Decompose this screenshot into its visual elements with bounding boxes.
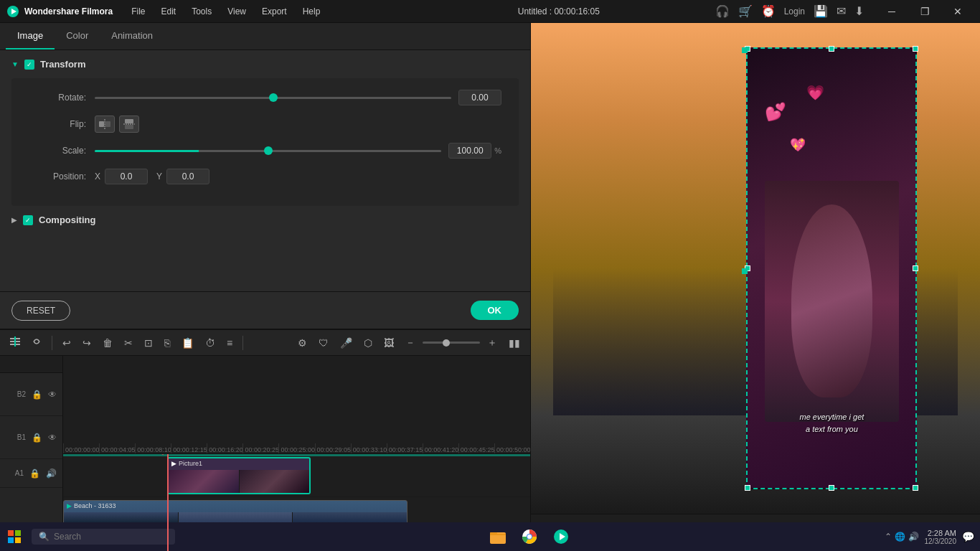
visibility-icon-2[interactable]: 👁 <box>48 390 57 400</box>
adjust-button[interactable]: ≡ <box>222 334 237 352</box>
compositing-section-header[interactable]: ▶ Compositing <box>11 215 519 225</box>
mask-button[interactable]: 🛡 <box>314 334 333 352</box>
heart-emoji-1: 💕 <box>765 102 786 122</box>
handle-middle-right[interactable] <box>913 265 918 271</box>
start-button[interactable] <box>0 522 29 551</box>
position-x-label: X <box>95 171 100 182</box>
preview-area[interactable]: 💕 💗 💖 me everytime i geta text from you <box>531 23 980 514</box>
redo-button[interactable]: ↪ <box>78 334 95 352</box>
audio-lock-icon[interactable]: 🔒 <box>29 468 40 479</box>
tray-network-icon[interactable]: 🌐 <box>895 532 905 542</box>
timeline-ruler[interactable]: 00:00:00:00 00:00:04:05 00:00:08:10 00:0… <box>63 356 530 454</box>
tab-color[interactable]: Color <box>55 23 100 50</box>
cart-icon[interactable]: 🛒 <box>738 4 753 18</box>
link-button[interactable] <box>27 334 46 352</box>
copy-button[interactable]: ⎘ <box>160 334 174 352</box>
taskbar-apps <box>175 524 885 550</box>
login-button[interactable]: Login <box>784 6 805 17</box>
cut-button[interactable]: ✂ <box>120 334 137 352</box>
window-title: Untitled : 00:00:16:05 <box>414 6 704 17</box>
delete-button[interactable]: 🗑 <box>98 334 117 352</box>
overlay-clip[interactable]: ▶ Picture1 <box>167 457 311 494</box>
audio-mute-icon[interactable]: 🔊 <box>46 468 57 479</box>
paste-button[interactable]: 📋 <box>177 334 198 352</box>
filmora-taskbar-app[interactable] <box>548 524 574 550</box>
speed-button[interactable]: ⏱ <box>201 334 220 352</box>
ruler-3: 00:00:12:15 <box>171 443 207 453</box>
handle-top-middle[interactable] <box>829 46 834 52</box>
headphone-icon[interactable]: 🎧 <box>715 4 730 18</box>
scale-slider[interactable] <box>95 150 441 152</box>
notification-icon[interactable]: 💬 <box>962 531 974 542</box>
tab-animation[interactable]: Animation <box>100 23 164 50</box>
menu-tools[interactable]: Tools <box>184 4 219 19</box>
reset-button[interactable]: RESET <box>11 301 70 321</box>
handle-top-right[interactable] <box>913 46 918 52</box>
close-button[interactable]: ✕ <box>941 0 974 23</box>
mail-icon[interactable]: ✉ <box>837 4 846 18</box>
person-area <box>765 181 899 422</box>
undo-button[interactable]: ↩ <box>58 334 75 352</box>
restore-button[interactable]: ❐ <box>908 0 941 23</box>
ok-button[interactable]: OK <box>471 301 519 320</box>
svg-rect-13 <box>15 530 21 536</box>
tab-image[interactable]: Image <box>6 23 55 50</box>
handle-bottom-left[interactable] <box>745 485 750 491</box>
transform-section-header[interactable]: ▼ Transform <box>11 59 519 70</box>
rotate-slider[interactable] <box>95 97 451 99</box>
menu-edit[interactable]: Edit <box>154 4 183 19</box>
outer-handle-mid[interactable] <box>742 268 748 274</box>
position-y-input[interactable] <box>166 169 209 184</box>
menu-help[interactable]: Help <box>296 4 328 19</box>
chrome-app[interactable] <box>517 524 542 550</box>
outer-handle-top[interactable] <box>742 47 748 53</box>
tray-volume-icon[interactable]: 🔊 <box>908 532 919 542</box>
search-bar[interactable]: 🔍 <box>32 529 175 545</box>
transition-button[interactable]: ⬡ <box>359 334 377 352</box>
effects-button[interactable]: ⚙ <box>293 334 311 352</box>
thumbnail-button[interactable]: 🖼 <box>380 334 398 352</box>
download-icon[interactable]: ⬇ <box>854 4 864 18</box>
flip-horizontal-button[interactable] <box>95 116 115 133</box>
menu-export[interactable]: Export <box>255 4 294 19</box>
file-explorer-app[interactable] <box>485 524 511 550</box>
plus-zoom-button[interactable]: ＋ <box>483 334 501 352</box>
flip-vertical-button[interactable] <box>119 116 139 133</box>
add-track-button[interactable] <box>6 334 24 352</box>
search-icon: 🔍 <box>39 532 50 542</box>
scale-row: Scale: % <box>29 143 501 159</box>
position-inputs: X Y <box>95 169 218 184</box>
compositing-checkbox[interactable] <box>23 215 33 225</box>
rotate-label: Rotate: <box>29 93 86 103</box>
minimize-button[interactable]: ─ <box>875 0 908 23</box>
handle-bottom-middle[interactable] <box>829 485 834 491</box>
collapse-button[interactable]: ▮▮ <box>504 334 524 352</box>
crop-button[interactable]: ⊡ <box>140 334 157 352</box>
scale-value[interactable] <box>448 143 491 159</box>
rotate-value[interactable] <box>458 90 501 105</box>
menu-view[interactable]: View <box>220 4 253 19</box>
audio-button[interactable]: 🎤 <box>336 334 357 352</box>
lock-icon-1[interactable]: 🔒 <box>32 433 42 443</box>
ruler-header <box>0 356 62 373</box>
overlay-text: me everytime i geta text from you <box>756 411 908 435</box>
lock-icon-2[interactable]: 🔒 <box>32 390 42 400</box>
system-clock[interactable]: 2:28 AM 12/3/2020 <box>925 529 957 545</box>
overlay-clip-preview[interactable]: 💕 💗 💖 me everytime i geta text from you <box>746 47 917 489</box>
visibility-icon-1[interactable]: 👁 <box>48 433 57 443</box>
clock-icon[interactable]: ⏰ <box>761 4 776 18</box>
flip-row: Flip: <box>29 116 501 133</box>
tray-up-arrow[interactable]: ⌃ <box>885 532 892 542</box>
handle-bottom-right[interactable] <box>913 485 918 491</box>
minus-zoom-button[interactable]: － <box>401 334 420 352</box>
search-input[interactable] <box>54 532 140 542</box>
zoom-slider[interactable] <box>423 342 480 344</box>
svg-rect-12 <box>8 530 14 536</box>
audio-track-label: A1 <box>15 469 24 477</box>
menu-file[interactable]: File <box>124 4 152 19</box>
transform-checkbox[interactable] <box>24 60 34 70</box>
save-icon[interactable]: 💾 <box>814 4 828 18</box>
position-y-label: Y <box>156 171 162 182</box>
scale-unit: % <box>494 146 501 155</box>
position-x-input[interactable] <box>105 169 148 184</box>
